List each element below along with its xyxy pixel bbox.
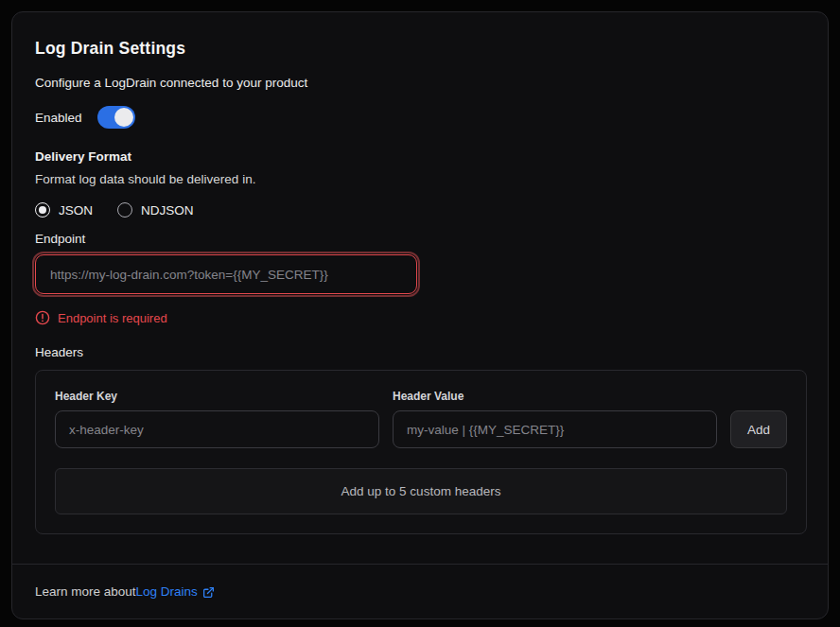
radio-option-ndjson[interactable]: NDJSON — [117, 202, 194, 218]
endpoint-error-row: Endpoint is required — [35, 310, 805, 325]
header-key-column: Header Key — [55, 390, 379, 448]
toggle-knob — [114, 108, 133, 127]
delivery-format-radio-group: JSON NDJSON — [35, 202, 805, 218]
page-title: Log Drain Settings — [35, 39, 805, 59]
log-drain-settings-card: Log Drain Settings Configure a LogDrain … — [11, 11, 829, 619]
headers-panel: Header Key Header Value Add Add up to 5 … — [35, 370, 807, 534]
radio-unselected-icon[interactable] — [117, 202, 132, 218]
endpoint-input[interactable] — [35, 254, 417, 294]
add-header-button[interactable]: Add — [730, 410, 787, 448]
footer-text: Learn more about — [35, 584, 136, 599]
headers-input-row: Header Key Header Value Add — [55, 390, 787, 448]
error-alert-icon — [35, 310, 50, 325]
enabled-toggle[interactable] — [97, 106, 135, 129]
headers-empty-note: Add up to 5 custom headers — [55, 468, 787, 514]
header-key-label: Header Key — [55, 390, 379, 403]
page-subtitle: Configure a LogDrain connected to your p… — [35, 76, 805, 90]
delivery-format-description: Format log data should be delivered in. — [35, 172, 805, 186]
header-value-input[interactable] — [393, 410, 717, 448]
external-link-icon — [202, 586, 215, 599]
endpoint-label: Endpoint — [35, 232, 805, 246]
header-value-label: Header Value — [393, 390, 717, 403]
radio-selected-icon[interactable] — [35, 202, 50, 218]
enabled-label: Enabled — [35, 111, 82, 125]
header-value-column: Header Value — [393, 390, 717, 448]
radio-label-json: JSON — [59, 203, 93, 218]
card-footer: Learn more aboutLog Drains — [12, 564, 828, 618]
log-drains-link[interactable]: Log Drains — [136, 584, 215, 599]
enabled-row: Enabled — [35, 106, 805, 129]
card-body: Log Drain Settings Configure a LogDrain … — [12, 12, 828, 564]
endpoint-error-text: Endpoint is required — [58, 311, 167, 325]
log-drains-link-label: Log Drains — [136, 584, 198, 599]
headers-label: Headers — [35, 345, 805, 359]
delivery-format-label: Delivery Format — [35, 149, 805, 164]
radio-option-json[interactable]: JSON — [35, 202, 93, 218]
radio-label-ndjson: NDJSON — [141, 203, 194, 218]
header-key-input[interactable] — [55, 410, 379, 448]
